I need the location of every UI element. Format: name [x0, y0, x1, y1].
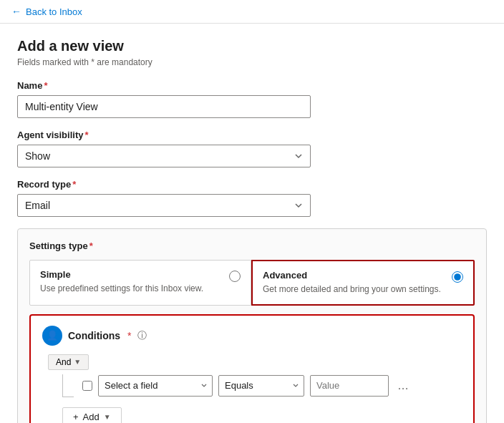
add-label: Add [83, 412, 100, 422]
conditions-icon: 👤 [42, 326, 62, 346]
advanced-option-text: Advanced Get more detailed and bring you… [263, 270, 446, 296]
field-select[interactable]: Select a field [98, 375, 213, 397]
and-button[interactable]: And ▼ [48, 354, 89, 370]
add-chevron-icon: ▼ [104, 413, 111, 421]
condition-checkbox[interactable] [82, 381, 92, 391]
name-input[interactable] [17, 95, 311, 118]
tree-line [62, 374, 74, 397]
simple-option[interactable]: Simple Use predefined settings for this … [29, 260, 251, 306]
name-label: Name* [17, 80, 487, 91]
name-required: * [44, 80, 47, 91]
conditions-body: And ▼ Select a field Equals … [42, 354, 462, 423]
agent-visibility-group: Agent visibility* Show [17, 130, 487, 167]
conditions-header: 👤 Conditions * ⓘ [42, 326, 462, 346]
simple-option-text: Simple Use predefined settings for this … [40, 269, 223, 295]
and-label: And [56, 357, 71, 367]
settings-options: Simple Use predefined settings for this … [29, 260, 475, 306]
record-type-required: * [72, 179, 76, 190]
add-plus-icon: + [73, 412, 79, 422]
conditions-title-label: Conditions [68, 330, 120, 341]
advanced-option[interactable]: Advanced Get more detailed and bring you… [251, 260, 475, 306]
main-content: Add a new view Fields marked with * are … [0, 24, 504, 423]
advanced-option-desc: Get more detailed and bring your own set… [263, 283, 446, 296]
settings-type-label: Settings type* [29, 240, 475, 251]
condition-row: Select a field Equals … [48, 374, 462, 397]
agent-visibility-label: Agent visibility* [17, 130, 487, 140]
more-options-button[interactable]: … [394, 378, 412, 394]
conditions-icon-text: 👤 [47, 330, 58, 341]
advanced-radio[interactable] [452, 271, 463, 283]
settings-type-container: Settings type* Simple Use predefined set… [17, 228, 487, 423]
record-type-select[interactable]: Email [17, 194, 311, 217]
settings-type-required: * [89, 240, 93, 251]
add-button[interactable]: + Add ▼ [62, 407, 122, 423]
advanced-option-title: Advanced [263, 270, 446, 281]
conditions-required: * [127, 330, 131, 341]
simple-radio[interactable] [229, 271, 241, 282]
equals-select[interactable]: Equals [218, 375, 304, 397]
name-group: Name* [17, 80, 487, 118]
back-to-inbox-link[interactable]: ← Back to Inbox [11, 6, 493, 17]
conditions-section: 👤 Conditions * ⓘ And ▼ Select a field [29, 314, 475, 423]
simple-option-desc: Use predefined settings for this Inbox v… [40, 283, 223, 295]
value-input[interactable] [310, 375, 389, 397]
record-type-label: Record type* [17, 179, 487, 190]
page-title: Add a new view [17, 38, 487, 54]
top-bar: ← Back to Inbox [0, 0, 504, 24]
and-chevron-icon: ▼ [74, 358, 81, 366]
agent-visibility-required: * [84, 130, 88, 140]
back-to-inbox-label: Back to Inbox [26, 6, 82, 17]
record-type-group: Record type* Email [17, 179, 487, 217]
agent-visibility-select[interactable]: Show [17, 145, 311, 167]
back-arrow-icon: ← [11, 6, 21, 17]
info-icon[interactable]: ⓘ [137, 329, 147, 342]
mandatory-note: Fields marked with * are mandatory [17, 57, 487, 67]
simple-option-title: Simple [40, 269, 223, 280]
